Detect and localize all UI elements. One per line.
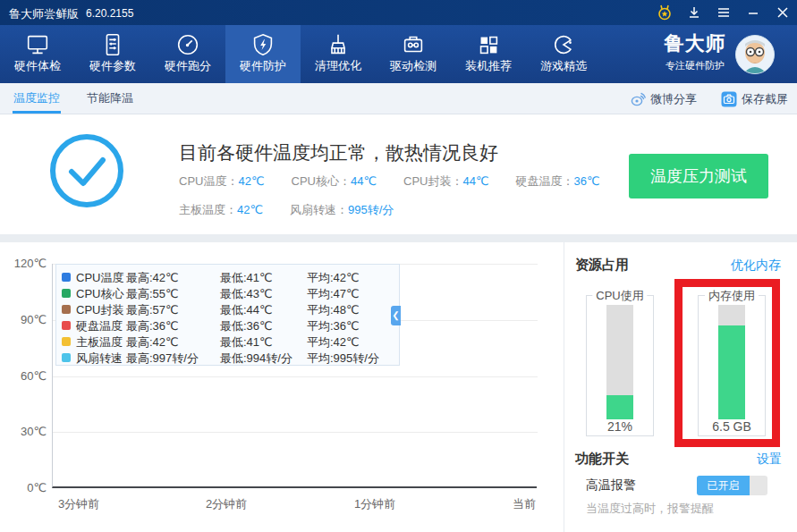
nav-label: 清理优化 xyxy=(301,59,376,73)
gridline-30 xyxy=(53,432,538,433)
gridline-60 xyxy=(53,376,538,377)
temperature-stress-test-button[interactable]: 温度压力测试 xyxy=(629,154,768,198)
y-tick-60: 60℃ xyxy=(2,369,47,383)
weibo-share-button[interactable]: 微博分享 xyxy=(630,83,697,114)
shield-bolt-icon xyxy=(225,30,301,59)
tab-temperature-monitor[interactable]: 温度监控 xyxy=(13,83,61,114)
series-swatch xyxy=(62,305,71,314)
metric-cpu-core: CPU核心：44℃ xyxy=(292,173,377,190)
series-min: 最低:44℃ xyxy=(220,302,273,318)
series-name: 风扇转速 xyxy=(76,350,123,367)
x-tick-2min: 2分钟前 xyxy=(206,496,247,512)
series-name: CPU温度 xyxy=(76,270,123,286)
nav-item-build-recommend[interactable]: 装机推荐 xyxy=(451,25,526,83)
mascot-avatar[interactable] xyxy=(735,35,775,74)
series-max: 最高:42℃ xyxy=(126,270,179,286)
legend-row-fan-speed: 风扇转速 最高:997转/分 最低:994转/分 平均:995转/分 xyxy=(56,350,399,367)
download-icon[interactable] xyxy=(679,0,708,25)
series-max: 最高:36℃ xyxy=(126,318,179,334)
metrics-row-2: 主板温度：42℃ 风扇转速：995转/分 xyxy=(179,202,420,218)
series-swatch xyxy=(62,337,71,346)
series-name: 硬盘温度 xyxy=(76,318,123,334)
cpu-gauge-fill xyxy=(606,395,633,419)
resources-title: 资源占用 xyxy=(575,257,629,274)
y-tick-0: 0℃ xyxy=(2,481,47,494)
series-avg: 平均:47℃ xyxy=(307,286,360,302)
series-avg: 平均:42℃ xyxy=(307,334,360,350)
app-version: 6.20.2155 xyxy=(86,7,133,20)
minimize-icon[interactable] xyxy=(738,0,767,25)
series-swatch xyxy=(62,273,71,282)
monitor-icon xyxy=(0,30,75,59)
speedometer-icon xyxy=(150,30,225,59)
memory-usage-value: 6.5 GB xyxy=(699,419,765,434)
high-temp-alarm-toggle[interactable]: 已开启 xyxy=(697,476,767,495)
nav-item-hardware-protect[interactable]: 硬件防护 xyxy=(225,25,301,83)
spec-list-icon xyxy=(75,30,150,59)
series-min: 最低:36℃ xyxy=(220,318,273,334)
nav-label: 装机推荐 xyxy=(451,59,526,73)
switches-title: 功能开关 xyxy=(575,451,629,468)
x-tick-now: 当前 xyxy=(513,496,536,512)
medal-icon[interactable] xyxy=(649,0,679,25)
camera-icon xyxy=(721,91,737,107)
title-bar: 鲁大师尝鲜版 6.20.2155 xyxy=(0,0,797,25)
metric-disk-temp: 硬盘温度：36℃ xyxy=(516,173,600,190)
toggle-on-label: 已开启 xyxy=(697,476,750,495)
temperature-status-section: 目前各硬件温度均正常，散热情况良好 CPU温度：42℃ CPU核心：44℃ CP… xyxy=(0,114,797,234)
app-window: 鲁大师尝鲜版 6.20.2155 xyxy=(0,0,797,532)
window-controls xyxy=(649,0,797,25)
series-min: 最低:41℃ xyxy=(220,334,273,350)
memory-usage-label: 内存使用 xyxy=(705,288,759,304)
y-tick-90: 90℃ xyxy=(2,313,47,326)
pacman-icon xyxy=(526,30,601,59)
tab-energy-cooling[interactable]: 节能降温 xyxy=(87,83,133,114)
legend-collapse-arrow[interactable]: ❮ xyxy=(391,306,401,325)
settings-link[interactable]: 设置 xyxy=(757,452,782,468)
weibo-icon xyxy=(630,91,646,107)
series-swatch xyxy=(62,289,71,298)
cpu-usage-gauge: CPU使用 21% xyxy=(586,295,654,436)
close-icon[interactable] xyxy=(767,0,797,25)
metrics-row-1: CPU温度：42℃ CPU核心：44℃ CPU封装：44℃ 硬盘温度：36℃ xyxy=(179,173,627,190)
cpu-usage-label: CPU使用 xyxy=(592,288,647,304)
ok-check-icon xyxy=(48,132,125,213)
menu-icon[interactable] xyxy=(708,0,738,25)
nav-label: 游戏精选 xyxy=(526,59,601,73)
series-swatch xyxy=(62,353,71,362)
nav-item-hardware-check[interactable]: 硬件体检 xyxy=(0,25,75,83)
series-name: 主板温度 xyxy=(76,334,123,350)
toolbox-icon xyxy=(376,30,451,59)
nav-item-driver-check[interactable]: 驱动检测 xyxy=(376,25,451,83)
save-screenshot-button[interactable]: 保存截屏 xyxy=(721,83,788,114)
nav-item-hardware-specs[interactable]: 硬件参数 xyxy=(75,25,150,83)
x-tick-3min: 3分钟前 xyxy=(58,496,99,512)
memory-gauge-track xyxy=(718,305,745,419)
high-temp-alarm-label: 高温报警 xyxy=(586,477,636,494)
series-swatch xyxy=(62,321,71,330)
nav-item-clean-optimize[interactable]: 清理优化 xyxy=(301,25,376,83)
broom-icon xyxy=(301,30,376,59)
series-min: 最低:994转/分 xyxy=(220,350,293,367)
main-content: 120℃ 90℃ 60℃ 30℃ 0℃ 3分钟前 2分钟前 1分钟前 当前 CP… xyxy=(0,242,797,532)
nav-label: 硬件参数 xyxy=(75,59,150,73)
series-name: CPU封装 xyxy=(76,302,123,318)
chart-legend: CPU温度 最高:42℃ 最低:41℃ 平均:42℃ CPU核心 最高:55℃ … xyxy=(55,264,400,366)
blocks-icon xyxy=(451,30,526,59)
status-headline: 目前各硬件温度均正常，散热情况良好 xyxy=(179,140,498,165)
nav-item-benchmark[interactable]: 硬件跑分 xyxy=(150,25,225,83)
weibo-share-label: 微博分享 xyxy=(650,91,697,107)
series-avg: 平均:995转/分 xyxy=(307,350,379,367)
nav-item-game-selection[interactable]: 游戏精选 xyxy=(526,25,601,83)
app-title: 鲁大师尝鲜版 xyxy=(9,6,79,22)
series-max: 最高:55℃ xyxy=(126,286,179,302)
metric-cpu-package: CPU封装：44℃ xyxy=(403,173,489,190)
brand-name: 鲁大师 xyxy=(657,30,733,58)
x-tick-1min: 1分钟前 xyxy=(354,496,395,512)
nav-label: 硬件防护 xyxy=(225,59,301,73)
legend-row-cpu-package: CPU封装 最高:57℃ 最低:44℃ 平均:48℃ xyxy=(56,301,399,318)
optimize-memory-link[interactable]: 优化内存 xyxy=(731,258,781,274)
memory-usage-gauge: 内存使用 6.5 GB xyxy=(698,295,766,436)
brand-block: 鲁大师 专注硬件防护 xyxy=(657,30,733,72)
toggle-knob xyxy=(750,476,767,495)
